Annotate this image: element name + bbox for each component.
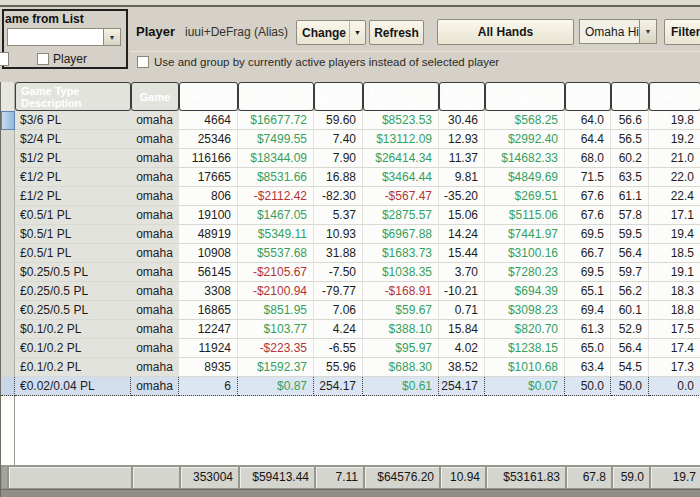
table-row[interactable]: €0.25/0.5 PL omaha 16865 $851.95 7.06 $5… xyxy=(1,301,700,320)
table-row[interactable]: £0.25/0.5 PL omaha 3308 -$2100.94 -79.77… xyxy=(1,282,700,301)
cell-vpip: 71.5 xyxy=(565,168,611,187)
column-header-3bet[interactable]: 3Bet% xyxy=(649,82,700,111)
table-row[interactable]: $3/6 PL omaha 4664 $16677.72 59.60 $8523… xyxy=(1,111,700,130)
player-checkbox[interactable] xyxy=(37,53,49,65)
column-header-ev-adjusted[interactable]: $ (EV adjusted) xyxy=(363,82,439,111)
row-gutter-cell[interactable] xyxy=(1,187,15,206)
cell-bb100: 7.90 xyxy=(314,149,363,168)
cell-usd: $16677.72 xyxy=(238,111,314,130)
column-header-ev-bb100[interactable]: EV bb/100 xyxy=(439,82,485,111)
column-header-rake[interactable]: $ Rake xyxy=(485,82,565,111)
row-gutter-cell[interactable] xyxy=(1,206,15,225)
cell-rake: $0.07 xyxy=(485,377,565,396)
cell-game: omaha xyxy=(131,320,179,339)
cell-usd: $18344.09 xyxy=(238,149,314,168)
table-row[interactable]: £1/2 PL omaha 806 -$2112.42 -82.30 -$567… xyxy=(1,187,700,206)
cell-ev-adjusted: -$567.47 xyxy=(363,187,439,206)
cell-hands: 10908 xyxy=(179,244,238,263)
table-row[interactable]: $0.1/0.2 PL omaha 12247 $103.77 4.24 $38… xyxy=(1,320,700,339)
table-row[interactable]: €0.02/0.04 PL omaha 6 $0.87 254.17 $0.61… xyxy=(1,377,700,396)
cell-hands: 16865 xyxy=(179,301,238,320)
cell-game: omaha xyxy=(131,149,179,168)
total-3bet: 19.7 xyxy=(650,466,700,489)
cell-hands: 8935 xyxy=(179,358,238,377)
row-gutter-cell[interactable] xyxy=(1,377,15,396)
cell-game: omaha xyxy=(131,244,179,263)
table-row[interactable]: $0.5/1 PL omaha 48919 $5349.11 10.93 $69… xyxy=(1,225,700,244)
chevron-down-icon[interactable]: ▼ xyxy=(639,20,656,43)
cell-game-type: $1/2 PL xyxy=(15,149,131,168)
table-row[interactable]: $2/4 PL omaha 25346 $7499.55 7.40 $13112… xyxy=(1,130,700,149)
chevron-down-icon[interactable]: ▼ xyxy=(349,21,365,44)
table-row[interactable]: €0.5/1 PL omaha 19100 $1467.05 5.37 $287… xyxy=(1,206,700,225)
filter-button[interactable]: Filter xyxy=(664,19,700,45)
game-type-select[interactable]: Omaha Hi ▼ xyxy=(579,19,657,44)
row-gutter-cell[interactable] xyxy=(1,225,15,244)
cell-bb100: 7.40 xyxy=(314,130,363,149)
cell-usd: $5349.11 xyxy=(238,225,314,244)
column-header-game[interactable]: Game xyxy=(131,82,179,111)
game-from-list-groupbox: ame from List ▼ Player xyxy=(2,9,128,69)
gutter-track[interactable] xyxy=(1,396,15,465)
all-hands-button-label: All Hands xyxy=(478,25,533,39)
row-gutter-cell[interactable] xyxy=(1,301,15,320)
partial-checkbox[interactable] xyxy=(0,52,9,66)
column-header-vpip[interactable]: VPIP% xyxy=(565,82,611,111)
row-gutter-cell[interactable] xyxy=(1,168,15,187)
row-gutter-cell[interactable] xyxy=(1,149,15,168)
cell-ev-adjusted: $26414.34 xyxy=(363,149,439,168)
cell-ev-adjusted: $0.61 xyxy=(363,377,439,396)
cell-game-type: €0.1/0.2 PL xyxy=(15,339,131,358)
empty-grid-area xyxy=(1,396,700,465)
cell-ev-bb100: 15.06 xyxy=(439,206,485,225)
game-list-combobox[interactable]: ▼ xyxy=(7,28,121,46)
table-row[interactable]: $0.25/0.5 PL omaha 56145 -$2105.67 -7.50… xyxy=(1,263,700,282)
column-header-game-type[interactable]: Game Type Description xyxy=(15,82,131,111)
cell-pfr: 56.6 xyxy=(611,111,649,130)
cell-hands: 25346 xyxy=(179,130,238,149)
use-group-checkbox[interactable] xyxy=(137,56,149,68)
cell-usd: $103.77 xyxy=(238,320,314,339)
cell-ev-adjusted: $2875.57 xyxy=(363,206,439,225)
total-game xyxy=(132,466,180,489)
cell-3bet: 17.4 xyxy=(649,339,700,358)
all-hands-button[interactable]: All Hands xyxy=(437,19,574,45)
total-ev-bb100: 10.94 xyxy=(440,466,486,489)
cell-game: omaha xyxy=(131,358,179,377)
cell-3bet: 19.2 xyxy=(649,130,700,149)
cell-bb100: -79.77 xyxy=(314,282,363,301)
table-row[interactable]: £0.5/1 PL omaha 10908 $5537.68 31.88 $16… xyxy=(1,244,700,263)
cell-rake: $568.25 xyxy=(485,111,565,130)
cell-rake: $2992.40 xyxy=(485,130,565,149)
row-gutter-cell[interactable] xyxy=(1,263,15,282)
column-header-bb100[interactable]: bb/100 xyxy=(314,82,363,111)
column-header-usd[interactable]: $USD xyxy=(238,82,314,111)
table-row[interactable]: £0.1/0.2 PL omaha 8935 $1592.37 55.96 $6… xyxy=(1,358,700,377)
table-row[interactable]: €1/2 PL omaha 17665 $8531.66 16.88 $3464… xyxy=(1,168,700,187)
cell-hands: 806 xyxy=(179,187,238,206)
row-gutter-cell[interactable] xyxy=(1,282,15,301)
cell-usd: $0.87 xyxy=(238,377,314,396)
table-row[interactable]: $1/2 PL omaha 116166 $18344.09 7.90 $264… xyxy=(1,149,700,168)
column-header-hands[interactable]: Hands xyxy=(179,82,238,111)
row-gutter-cell[interactable] xyxy=(1,244,15,263)
cell-ev-bb100: 15.44 xyxy=(439,244,485,263)
cell-bb100: 16.88 xyxy=(314,168,363,187)
cell-vpip: 69.5 xyxy=(565,225,611,244)
toolbar-divider xyxy=(130,51,700,52)
cell-vpip: 63.4 xyxy=(565,358,611,377)
column-header-pfr[interactable]: PFR% xyxy=(611,82,649,111)
row-gutter-cell[interactable] xyxy=(1,130,15,149)
table-row[interactable]: €0.1/0.2 PL omaha 11924 -$223.35 -6.55 $… xyxy=(1,339,700,358)
cell-usd: $1467.05 xyxy=(238,206,314,225)
row-gutter-cell[interactable] xyxy=(1,111,15,130)
chevron-down-icon[interactable]: ▼ xyxy=(103,29,120,45)
refresh-button[interactable]: Refresh xyxy=(369,20,424,45)
change-button[interactable]: Change ▼ xyxy=(296,20,366,45)
row-gutter-cell[interactable] xyxy=(1,358,15,377)
row-gutter-cell[interactable] xyxy=(1,320,15,339)
cell-ev-bb100: 38.52 xyxy=(439,358,485,377)
row-gutter-cell[interactable] xyxy=(1,339,15,358)
player-alias-value: iuui+DeFrag (Alias) xyxy=(185,25,288,39)
cell-bb100: -82.30 xyxy=(314,187,363,206)
